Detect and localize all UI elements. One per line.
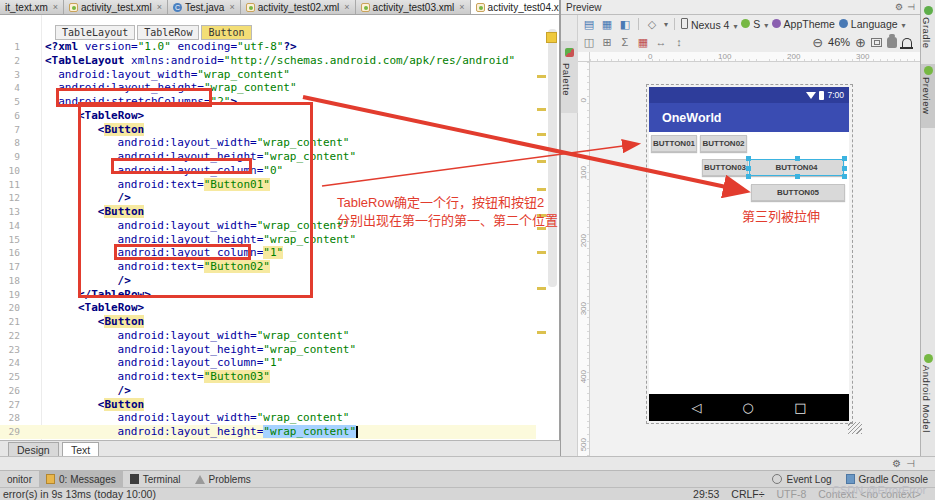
gear-icon[interactable]: ⚙ <box>892 458 901 469</box>
pan-icon[interactable] <box>887 37 897 48</box>
home-icon[interactable]: ○ <box>742 400 753 415</box>
layout-mode-icon[interactable]: ◧ <box>618 18 632 31</box>
toolwindow-android-monitor[interactable]: onitor <box>0 471 39 488</box>
preview-tool-icon[interactable]: ↕ <box>672 36 686 49</box>
gear-icon[interactable]: ⚙ <box>895 2 903 12</box>
preview-button[interactable]: BUTTON05 <box>751 184 845 201</box>
code-token: "1" <box>263 356 283 369</box>
code-line[interactable]: 28android:layout_width="wrap_content" <box>0 411 545 425</box>
theme-label: AppTheme <box>781 18 835 30</box>
selection-handle[interactable] <box>746 174 751 179</box>
annotation-box-tablerow <box>78 102 313 298</box>
sidebar-item-preview[interactable]: Preview <box>921 64 935 128</box>
device-status-bar: 7:00 <box>649 87 849 103</box>
hide-panel-icon[interactable]: ⊣ <box>907 2 915 12</box>
toolwindow-gradle-console[interactable]: Gradle Console <box>839 471 935 488</box>
editor-tab[interactable]: CTest.java× <box>168 0 241 14</box>
line-number: 10 <box>0 164 20 178</box>
editor-scrollbar[interactable] <box>548 29 557 287</box>
ruler-label: 500 <box>579 438 588 451</box>
breadcrumb-item[interactable]: TableLayout <box>55 25 135 40</box>
zoom-to-fit-icon[interactable] <box>871 38 882 47</box>
preview-button[interactable]: BUTTON03 <box>702 159 748 176</box>
recents-icon[interactable]: □ <box>794 400 806 415</box>
toolwindow-problems[interactable]: Problems <box>188 471 258 488</box>
selection-handle[interactable] <box>842 166 847 171</box>
code-line[interactable]: 2<TableLayout xmlns:android="http://sche… <box>0 54 545 68</box>
text-cursor <box>356 426 358 438</box>
layout-mode-icon[interactable]: ▦ <box>600 18 614 31</box>
editor-tab[interactable]: it_text.xm× <box>0 0 64 14</box>
line-ending-indicator[interactable]: CRLF÷ <box>731 488 764 500</box>
code-line[interactable]: 23android:layout_height="wrap_content" <box>0 343 545 357</box>
zoom-out-icon[interactable]: ⊖ <box>812 35 823 50</box>
editor-tab[interactable]: activity_test02.xml× <box>241 0 356 14</box>
code-text: android:layout_width="wrap_content" <box>45 329 349 343</box>
messages-icon <box>46 474 55 484</box>
sidebar-item-gradle[interactable]: Gradle <box>921 4 935 60</box>
code-line[interactable]: 21<Button <box>0 315 545 329</box>
preview-button[interactable]: BUTTON01 <box>651 135 697 152</box>
toolwindow-terminal[interactable]: Terminal <box>123 471 188 488</box>
preview-canvas[interactable]: 7:00 OneWorld BUTTON01BUTTON02BUTTON03BU… <box>590 62 920 456</box>
android-file-icon <box>69 3 78 12</box>
zoom-in-icon[interactable]: ⊕ <box>855 35 866 50</box>
preview-tool-icon[interactable]: ▦ <box>636 36 650 49</box>
preview-tool-icon[interactable]: Σ <box>618 36 632 49</box>
selection-handle[interactable] <box>795 156 800 161</box>
code-line[interactable]: 22android:layout_width="wrap_content" <box>0 329 545 343</box>
selection-handle[interactable] <box>842 174 847 179</box>
preview-tool-icon[interactable]: ⊞ <box>600 36 614 49</box>
device-selector[interactable]: Nexus 4 ▾ <box>681 18 737 31</box>
notifications-icon[interactable] <box>902 38 912 47</box>
tab-design[interactable]: Design <box>8 442 59 457</box>
code-text: android:text="Button03" <box>45 370 270 384</box>
toolwindow-messages[interactable]: 0: Messages <box>39 471 123 488</box>
selection-handle[interactable] <box>746 156 751 161</box>
code-line[interactable]: 1<?xml version="1.0" encoding="utf-8"?> <box>0 40 545 54</box>
sidebar-item-android-model[interactable]: Android Model <box>921 352 935 448</box>
code-line[interactable]: 27<Button <box>0 398 545 412</box>
toolwindow-event-log[interactable]: Event Log <box>765 471 838 488</box>
code-line[interactable]: 20<TableRow> <box>0 301 545 315</box>
code-token: android:layout_height= <box>118 425 264 438</box>
tab-text[interactable]: Text <box>62 442 99 457</box>
theme-selector[interactable]: AppTheme <box>772 18 835 30</box>
app-title: OneWorld <box>662 111 722 125</box>
breadcrumb-item[interactable]: Button <box>201 25 251 40</box>
preview-tool-icon[interactable]: ↔ <box>654 36 668 49</box>
panel-footer-strip: ⚙ ⊣ <box>0 456 935 470</box>
device-screen[interactable]: 7:00 OneWorld BUTTON01BUTTON02BUTTON03BU… <box>649 87 849 421</box>
code-text: <TableLayout xmlns:android="http://schem… <box>45 54 515 68</box>
editor-tab[interactable]: activity_test04.xml× <box>471 0 560 14</box>
encoding-indicator[interactable]: UTF-8 <box>777 488 807 500</box>
code-line[interactable]: 24android:layout_column="1" <box>0 356 545 370</box>
selection-handle[interactable] <box>842 156 847 161</box>
preview-button[interactable]: BUTTON02 <box>700 135 747 152</box>
editor-tab[interactable]: activity_test.xml× <box>64 0 168 14</box>
close-tab-icon[interactable]: × <box>53 2 58 12</box>
code-line[interactable]: 29android:layout_height="wrap_content" <box>0 425 545 439</box>
dock-icon[interactable]: ⊣ <box>906 458 915 469</box>
breadcrumb-item[interactable]: TableRow <box>137 25 199 40</box>
layout-mode-icon[interactable]: ▤ <box>582 18 596 31</box>
selection-handle[interactable] <box>746 166 751 171</box>
line-number: 13 <box>0 205 20 219</box>
variant-icon[interactable]: ◇ <box>645 18 659 31</box>
close-tab-icon[interactable]: × <box>344 2 349 12</box>
close-tab-icon[interactable]: × <box>459 2 464 12</box>
code-line[interactable]: 25android:text="Button03" <box>0 370 545 384</box>
api-selector[interactable]: S ▾ <box>741 18 768 30</box>
device-resize-handle[interactable] <box>848 422 862 434</box>
close-tab-icon[interactable]: × <box>229 2 234 12</box>
code-line[interactable]: 3android:layout_width="wrap_content" <box>0 68 545 82</box>
language-selector[interactable]: Language ▾ <box>839 18 906 30</box>
code-line[interactable]: 26/> <box>0 384 545 398</box>
preview-tool-icon[interactable]: ◫ <box>582 36 596 49</box>
editor-tab[interactable]: activity_test03.xml× <box>356 0 471 14</box>
tab-palette[interactable]: Palette <box>561 41 578 113</box>
caret-position[interactable]: 29:53 <box>693 488 719 500</box>
back-icon[interactable]: ◁ <box>691 400 701 415</box>
close-tab-icon[interactable]: × <box>157 2 162 12</box>
selection-handle[interactable] <box>795 174 800 179</box>
